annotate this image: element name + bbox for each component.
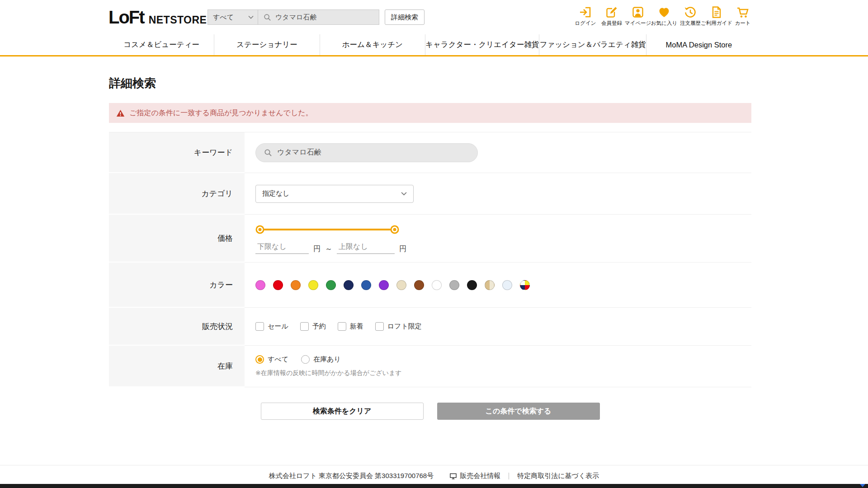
footer-divider xyxy=(509,473,509,479)
keyword-input[interactable]: ウタマロ石鹸 xyxy=(255,143,478,162)
color-swatch-green[interactable] xyxy=(326,280,336,290)
quicklink-label: 会員登録 xyxy=(601,20,622,27)
nav-item-home-kitchen[interactable]: ホーム＆キッチン xyxy=(320,34,425,55)
color-swatch-navy[interactable] xyxy=(344,280,354,290)
stock-label: 在庫 xyxy=(109,346,245,387)
color-swatch-yellow[interactable] xyxy=(308,280,318,290)
mypage-icon xyxy=(631,5,645,19)
color-swatch-red[interactable] xyxy=(273,280,283,290)
color-swatch-gray[interactable] xyxy=(449,280,459,290)
color-swatch-list xyxy=(255,280,751,290)
color-swatch-white[interactable] xyxy=(432,280,442,290)
price-separator: ～ xyxy=(325,244,332,254)
checkbox-label: 新着 xyxy=(350,322,363,331)
nav-item-moma[interactable]: MoMA Design Store xyxy=(646,34,751,55)
checkbox-sale[interactable]: セール xyxy=(255,322,288,331)
quick-links: ログイン 会員登録 マイページ お気に入り 注文履歴 ご利用ガイド xyxy=(572,5,756,27)
price-min-input[interactable] xyxy=(255,242,309,254)
keyword-value: ウタマロ石鹸 xyxy=(277,148,321,157)
header-search: すべて ウタマロ石鹸 詳細検索 xyxy=(208,9,425,25)
color-swatch-beige[interactable] xyxy=(396,280,406,290)
radio-label: すべて xyxy=(268,355,288,364)
footer: 株式会社ロフト 東京都公安委員会 第303319700768号 販売会社情報 特… xyxy=(0,465,868,487)
price-inputs: 円 ～ 円 xyxy=(255,242,751,254)
header: LoFt NETSTORE すべて ウタマロ石鹸 詳細検索 ログイン 会員登録 xyxy=(0,0,868,34)
history-icon xyxy=(684,5,697,19)
search-icon xyxy=(264,14,271,21)
form-row-color: カラー xyxy=(109,263,751,308)
color-swatch-black[interactable] xyxy=(467,280,477,290)
color-swatch-orange[interactable] xyxy=(291,280,301,290)
search-category-value: すべて xyxy=(213,13,234,22)
scroll-down-arrow-icon[interactable] xyxy=(860,484,865,487)
quicklink-label: ご利用ガイド xyxy=(701,20,732,27)
price-unit: 円 xyxy=(313,244,321,254)
color-swatch-gold[interactable] xyxy=(485,280,495,290)
header-search-input[interactable]: ウタマロ石鹸 xyxy=(258,9,379,25)
radio-circle[interactable] xyxy=(255,355,264,364)
checkbox-loft-limited[interactable]: ロフト限定 xyxy=(375,322,422,331)
color-swatch-clear[interactable] xyxy=(502,280,512,290)
nav-item-cosme[interactable]: コスメ＆ビューティー xyxy=(109,34,214,55)
color-swatch-purple[interactable] xyxy=(379,280,389,290)
header-search-value: ウタマロ石鹸 xyxy=(275,13,316,22)
guide-icon xyxy=(710,5,723,19)
checkbox-box[interactable] xyxy=(338,322,346,331)
footer-link-label: 販売会社情報 xyxy=(460,472,500,480)
quicklink-label: マイページ xyxy=(625,20,651,27)
quicklink-register[interactable]: 会員登録 xyxy=(599,5,625,27)
form-row-category: カテゴリ 指定なし xyxy=(109,173,751,215)
clear-conditions-button[interactable]: 検索条件をクリア xyxy=(261,403,424,420)
footer-company-text: 株式会社ロフト 東京都公安委員会 第303319700768号 xyxy=(269,472,434,480)
price-slider-handle-max[interactable] xyxy=(392,227,398,233)
footer-link-tokushoho[interactable]: 特定商取引法に基づく表示 xyxy=(517,472,599,480)
price-max-input[interactable] xyxy=(337,242,395,254)
price-label: 価格 xyxy=(109,215,245,263)
color-swatch-blue[interactable] xyxy=(361,280,371,290)
checkbox-box[interactable] xyxy=(255,322,264,331)
color-swatch-pink[interactable] xyxy=(255,280,265,290)
register-icon xyxy=(605,5,618,19)
stock-options: すべて 在庫あり xyxy=(255,355,751,364)
heart-icon xyxy=(657,5,671,19)
radio-circle[interactable] xyxy=(301,355,310,364)
quicklink-login[interactable]: ログイン xyxy=(572,5,599,27)
page-title: 詳細検索 xyxy=(109,75,751,91)
category-label: カテゴリ xyxy=(109,173,245,215)
radio-in-stock[interactable]: 在庫あり xyxy=(301,355,341,364)
page: LoFt NETSTORE すべて ウタマロ石鹸 詳細検索 ログイン 会員登録 xyxy=(0,0,868,488)
detail-search-button[interactable]: 詳細検索 xyxy=(385,9,425,25)
footer-link-company-info[interactable]: 販売会社情報 xyxy=(450,472,500,480)
radio-all[interactable]: すべて xyxy=(255,355,288,364)
nav-item-stationery[interactable]: ステーショナリー xyxy=(214,34,319,55)
price-slider xyxy=(260,223,395,236)
checkbox-reserve[interactable]: 予約 xyxy=(300,322,326,331)
quicklink-label: 注文履歴 xyxy=(680,20,701,27)
loft-logo[interactable]: LoFt NETSTORE xyxy=(108,7,207,28)
search-submit-button[interactable]: この条件で検索する xyxy=(437,403,600,420)
checkbox-box[interactable] xyxy=(375,322,384,331)
search-category-select[interactable]: すべて xyxy=(208,9,258,25)
cart-icon xyxy=(736,5,750,19)
chevron-down-icon xyxy=(248,15,254,19)
price-slider-handle-min[interactable] xyxy=(257,227,263,233)
stock-note: ※在庫情報の反映に時間がかかる場合がございます xyxy=(255,369,751,377)
search-form: キーワード ウタマロ石鹸 カテゴリ 指定なし 価 xyxy=(109,132,751,387)
search-icon xyxy=(264,149,272,157)
keyword-label: キーワード xyxy=(109,132,245,173)
quicklink-favorites[interactable]: お気に入り xyxy=(651,5,677,27)
price-unit: 円 xyxy=(399,244,406,254)
category-select[interactable]: 指定なし xyxy=(255,185,414,203)
quicklink-cart[interactable]: カート xyxy=(730,5,756,27)
color-swatch-brown[interactable] xyxy=(414,280,424,290)
checkbox-label: 予約 xyxy=(312,322,326,331)
price-slider-track[interactable] xyxy=(260,229,395,230)
nav-item-fashion[interactable]: ファッション＆バラエティ雑貨 xyxy=(539,34,646,55)
nav-item-character[interactable]: キャラクター・クリエイター雑貨 xyxy=(425,34,539,55)
checkbox-box[interactable] xyxy=(300,322,309,331)
quicklink-history[interactable]: 注文履歴 xyxy=(677,5,703,27)
quicklink-mypage[interactable]: マイページ xyxy=(625,5,651,27)
color-swatch-multi[interactable] xyxy=(520,280,530,290)
checkbox-new[interactable]: 新着 xyxy=(338,322,363,331)
quicklink-guide[interactable]: ご利用ガイド xyxy=(703,5,730,27)
